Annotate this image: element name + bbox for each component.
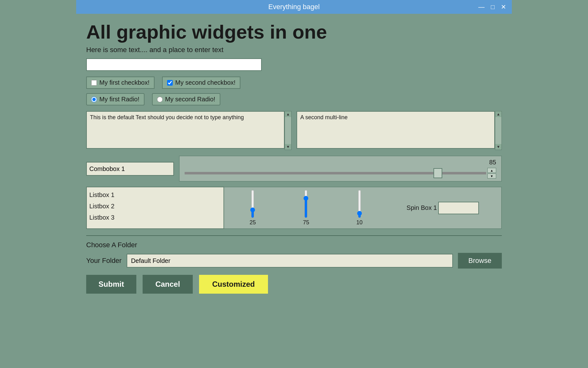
listbox[interactable]: Listbox 1 Listbox 2 Listbox 3	[86, 187, 224, 229]
radio1-label[interactable]: My first Radio!	[86, 93, 144, 105]
vslider1-value: 25	[249, 219, 256, 226]
scroll-down-icon[interactable]: ▼	[285, 144, 291, 150]
submit-button[interactable]: Submit	[86, 275, 136, 294]
folder-section: Choose A Folder Your Folder Browse	[86, 241, 502, 269]
list-item[interactable]: Listbox 3	[89, 212, 221, 223]
browse-button[interactable]: Browse	[458, 253, 502, 269]
scroll2-track	[495, 117, 501, 144]
slider-up-btn[interactable]: ▲	[487, 168, 496, 173]
main-heading: All graphic widgets in one	[86, 21, 502, 43]
radio1[interactable]	[91, 97, 97, 102]
vslider1-group: 25	[246, 190, 259, 226]
checkbox2-label[interactable]: My second checkbox!	[162, 77, 240, 89]
textarea1-wrapper: ▲ ▼	[86, 111, 291, 150]
vslider3-value: 10	[356, 219, 363, 226]
checkbox1[interactable]	[91, 80, 97, 86]
textarea1-scrollbar[interactable]: ▲ ▼	[285, 111, 291, 150]
list-item[interactable]: Listbox 2	[89, 200, 221, 212]
minimize-button[interactable]: —	[476, 3, 486, 11]
textarea2-scrollbar[interactable]: ▲ ▼	[495, 111, 502, 150]
slider-track-wrapper: ▲ ▼	[185, 168, 496, 179]
checkbox2-text: My second checkbox!	[175, 79, 235, 86]
folder-section-title: Choose A Folder	[86, 241, 502, 249]
text-input-row	[86, 58, 502, 71]
checkbox-row: My first checkbox! My second checkbox!	[86, 77, 502, 89]
spinbox-label: Spin Box 1	[407, 204, 437, 211]
textarea2[interactable]	[297, 111, 495, 149]
radio1-text: My first Radio!	[99, 96, 139, 103]
vslider3[interactable]	[353, 190, 366, 218]
combobox1[interactable]: Combobox 1 Combobox 2 Combobox 3	[86, 162, 174, 176]
radio2[interactable]	[157, 97, 163, 102]
maximize-button[interactable]: □	[489, 3, 496, 11]
slider-down-btn[interactable]: ▼	[487, 173, 496, 179]
window-controls: — □ ✕	[476, 3, 508, 11]
scroll2-down-icon[interactable]: ▼	[495, 144, 501, 150]
cancel-button[interactable]: Cancel	[143, 275, 193, 294]
spinbox-input[interactable]	[438, 202, 479, 214]
action-row: Submit Cancel Customized	[86, 275, 502, 294]
scroll-up-icon[interactable]: ▲	[285, 111, 291, 117]
textarea1[interactable]	[86, 111, 285, 149]
slider-value-label: 85	[185, 159, 496, 166]
window-title: Everything bagel	[268, 3, 320, 11]
checkbox1-label[interactable]: My first checkbox!	[86, 77, 155, 89]
vslider1[interactable]	[246, 190, 259, 218]
slider-section: 85 ▲ ▼	[179, 156, 502, 182]
titlebar: Everything bagel — □ ✕	[76, 0, 512, 14]
vslider2-group: 75	[300, 190, 312, 226]
divider	[86, 235, 502, 236]
textarea-row: ▲ ▼ ▲ ▼	[86, 111, 502, 150]
customized-button[interactable]: Customized	[199, 275, 268, 294]
subtitle-text: Here is some text.... and a place to ent…	[86, 46, 502, 54]
radio-row: My first Radio! My second Radio!	[86, 93, 502, 105]
horizontal-slider[interactable]	[185, 172, 486, 174]
slider-buttons: ▲ ▼	[487, 168, 496, 179]
textarea2-wrapper: ▲ ▼	[297, 111, 502, 150]
vslider3-group: 10	[353, 190, 366, 226]
spinbox-group: Spin Box 1	[407, 202, 479, 214]
close-button[interactable]: ✕	[499, 3, 508, 11]
bottom-widgets-row: Listbox 1 Listbox 2 Listbox 3 25 75	[86, 187, 502, 229]
folder-input[interactable]	[127, 254, 453, 268]
scroll2-up-icon[interactable]: ▲	[495, 111, 501, 117]
middle-row: Combobox 1 Combobox 2 Combobox 3 85 ▲ ▼	[86, 156, 502, 182]
vslider2-value: 75	[303, 219, 309, 226]
checkbox1-text: My first checkbox!	[99, 79, 150, 86]
folder-label-text: Your Folder	[86, 257, 122, 265]
combobox-wrapper: Combobox 1 Combobox 2 Combobox 3	[86, 162, 174, 176]
checkbox2[interactable]	[167, 80, 173, 86]
scroll-track	[285, 117, 291, 144]
vsliders-section: 25 75 10 Spin Box 1	[224, 187, 502, 229]
folder-row: Your Folder Browse	[86, 253, 502, 269]
radio2-label[interactable]: My second Radio!	[152, 93, 220, 105]
radio2-text: My second Radio!	[165, 96, 215, 103]
main-text-input[interactable]	[86, 58, 262, 71]
main-content: All graphic widgets in one Here is some …	[76, 14, 512, 301]
vslider2[interactable]	[300, 190, 312, 218]
list-item[interactable]: Listbox 1	[89, 189, 221, 200]
